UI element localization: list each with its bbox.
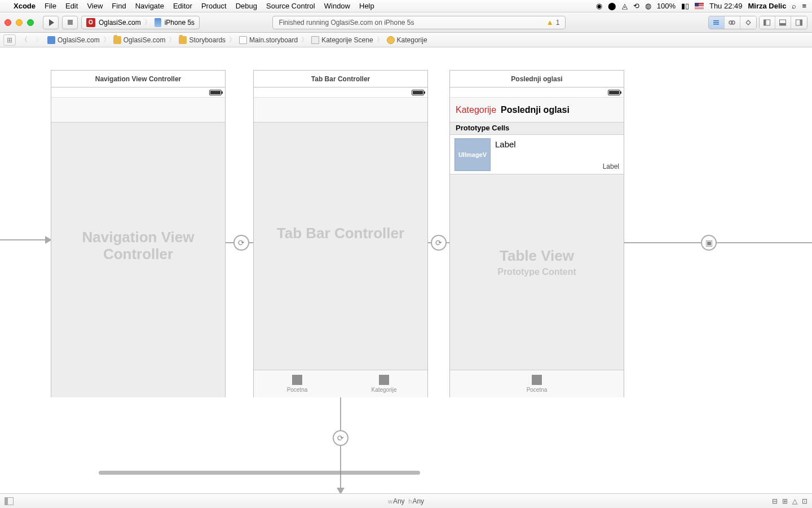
sync-icon[interactable]: ⟲ [633,2,639,10]
forward-button[interactable]: 〉 [33,34,45,46]
folder-icon [179,36,187,44]
viber-icon[interactable]: ◉ [596,2,602,10]
flag-icon[interactable] [695,3,704,9]
horizontal-scrollbar[interactable] [99,471,420,475]
notifications-icon[interactable]: ≡ [802,2,806,10]
utilities-toggle-icon[interactable] [791,16,807,29]
jump-item-object[interactable]: Kategorije [387,36,427,44]
menu-find[interactable]: Find [112,2,126,10]
menu-window[interactable]: Window [324,2,350,10]
menu-view[interactable]: View [87,2,103,10]
wifi-icon[interactable]: ◍ [645,2,651,10]
version-editor-icon[interactable] [740,16,756,29]
user-name[interactable]: Mirza Delic [748,2,786,10]
jump-item-file[interactable]: Main.storyboard [239,36,298,44]
tab-icon [292,375,302,385]
svg-point-4 [731,21,735,24]
battery-pct[interactable]: 100% [657,2,676,10]
scheme-device-label: iPhone 5s [165,19,195,27]
spotlight-icon[interactable]: ⌕ [792,2,796,10]
menu-sourcecontrol[interactable]: Source Control [266,2,315,10]
segue-line[interactable] [624,242,812,243]
minimize-button[interactable] [16,19,23,26]
navigator-toggle-icon[interactable] [760,16,775,29]
statusbar [254,87,427,98]
stop-button[interactable] [62,16,78,29]
canvas-bottom-bar: wAny hAny ⊟ ⊞ △ ⊡ [0,493,812,508]
resolve-button[interactable]: △ [792,497,797,505]
cell-imageview[interactable]: UIImageV [454,138,491,171]
segue-icon[interactable]: ▣ [701,235,717,251]
mac-menubar: Xcode File Edit View Find Navigate Edito… [0,0,812,12]
scheme-app-label: OglasiSe.com [99,19,141,27]
tab-icon [532,375,542,385]
activity-viewer[interactable]: Finished running OglasiSe.com on iPhone … [272,16,566,29]
panel-toggle-segment[interactable] [759,16,807,29]
scheme-separator: 〉 [144,17,151,27]
initial-vc-arrow[interactable] [0,239,51,240]
battery-icon[interactable]: ▮▯ [681,2,689,10]
back-button[interactable]: 〈 [18,34,30,46]
svg-rect-8 [780,23,786,25]
prototype-cell[interactable]: UIImageV Label Label [450,135,624,174]
tab-pocetna[interactable]: Pocetna [254,370,341,397]
run-button[interactable] [43,16,59,29]
menu-help[interactable]: Help [359,2,374,10]
size-class-selector[interactable]: wAny hAny [388,497,424,505]
statusbar [450,87,624,98]
tab-kategorije[interactable]: Kategorije [341,370,427,397]
menu-debug[interactable]: Debug [236,2,257,10]
dropbox-icon[interactable]: ⬤ [608,2,616,10]
segue-icon[interactable]: ⟳ [233,235,249,251]
placeholder-text: Table View Prototype Content [450,248,624,277]
resize-button[interactable]: ⊡ [802,497,807,505]
jump-item-storyboards[interactable]: Storyboards [179,36,226,44]
editor-mode-segment[interactable] [708,16,757,29]
menu-navigate[interactable]: Navigate [135,2,164,10]
close-button[interactable] [5,19,11,26]
menu-edit[interactable]: Edit [65,2,78,10]
warning-count: 1 [556,19,560,27]
menu-editor[interactable]: Editor [173,2,192,10]
related-items-button[interactable]: ⊞ [3,34,16,46]
storyboard-canvas[interactable]: Navigation View Controller Navigation Vi… [0,47,812,493]
battery-icon [608,90,620,95]
jump-item-group[interactable]: OglasiSe.com [113,36,166,44]
scene-table-vc[interactable]: Poslednji oglasi Kategorije Poslednji og… [449,70,624,397]
scene-title[interactable]: Poslednji oglasi [450,71,624,87]
window-controls [5,19,34,26]
arrow-down-icon [337,488,345,493]
assistant-editor-icon[interactable] [725,16,740,29]
chevron-icon: 〉 [229,35,236,45]
navbar [51,98,225,122]
scene-title[interactable]: Tab Bar Controller [254,71,427,87]
cell-title-label[interactable]: Label [495,139,516,149]
outline-toggle-icon[interactable] [5,497,14,505]
align-button[interactable]: ⊟ [772,497,778,505]
maximize-button[interactable] [27,19,34,26]
cell-detail-label[interactable]: Label [603,163,619,170]
nav-back-button[interactable]: Kategorije [456,105,496,115]
scene-tabbar-vc[interactable]: Tab Bar Controller Tab Bar Controller Po… [253,70,428,397]
menu-product[interactable]: Product [201,2,227,10]
menu-file[interactable]: File [45,2,56,10]
scheme-selector[interactable]: O OglasiSe.com 〉 iPhone 5s [81,16,200,29]
scene-navigation-vc[interactable]: Navigation View Controller Navigation Vi… [51,70,226,397]
pin-button[interactable]: ⊞ [782,497,788,505]
segue-icon[interactable]: ⟳ [431,235,447,251]
tab-pocetna[interactable]: Pocetna [450,370,624,397]
scene-title[interactable]: Navigation View Controller [51,71,225,87]
debug-area-toggle-icon[interactable] [775,16,791,29]
jump-item-project[interactable]: OglasiSe.com [47,36,100,44]
warnings-badge[interactable]: ▲ 1 [546,18,560,27]
menubar-app[interactable]: Xcode [14,2,36,10]
gdrive-icon[interactable]: ◬ [622,2,628,10]
standard-editor-icon[interactable] [709,16,725,29]
jump-item-scene[interactable]: Kategorije Scene [311,36,373,44]
segue-icon[interactable]: ⟳ [333,430,348,446]
label-icon [387,36,395,44]
nav-title[interactable]: Poslednji oglasi [501,105,570,115]
clock[interactable]: Thu 22:49 [709,2,743,10]
xcode-toolbar: O OglasiSe.com 〉 iPhone 5s Finished runn… [0,12,812,33]
navbar[interactable]: Kategorije Poslednji oglasi [450,98,624,122]
